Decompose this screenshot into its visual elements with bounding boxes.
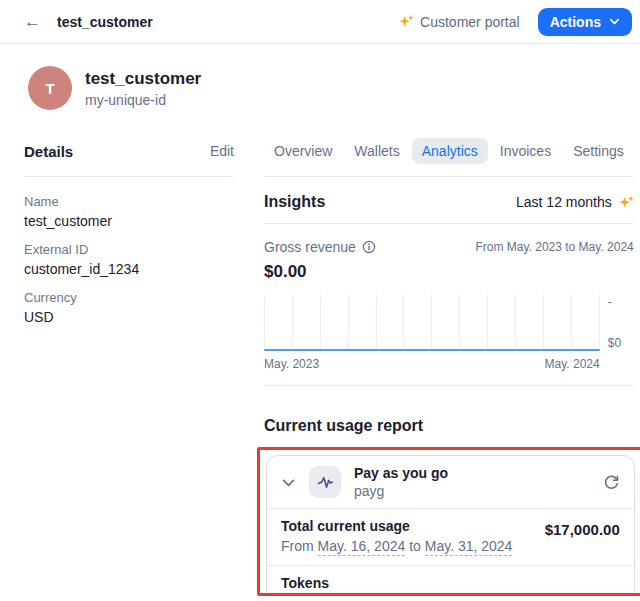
detail-field-name: Name test_customer	[24, 194, 234, 229]
topbar-actions: Customer portal Actions	[399, 8, 632, 36]
field-value: USD	[24, 309, 234, 325]
period-end-date: May. 31, 2024	[425, 538, 513, 556]
chart-gridline	[264, 295, 265, 351]
total-usage-amount: $17,000.00	[545, 518, 620, 538]
customer-identity: test_customer my-unique-id	[85, 69, 201, 108]
plan-name: Pay as you go	[354, 465, 448, 481]
details-column: Details Edit Name test_customer External…	[24, 136, 234, 596]
topbar-title: test_customer	[57, 14, 153, 30]
insights-divider	[264, 223, 634, 224]
period-start-date: May. 16, 2024	[318, 538, 406, 556]
chart-x-axis: May. 2023 May. 2024	[264, 357, 634, 371]
y-axis-top-label: -	[608, 295, 634, 309]
total-usage-label: Total current usage	[281, 518, 512, 534]
usage-report-heading: Current usage report	[264, 417, 634, 435]
insights-heading: Insights	[264, 193, 325, 211]
metric-name: Tokens	[281, 575, 372, 591]
field-label: External ID	[24, 242, 234, 257]
field-value: customer_id_1234	[24, 261, 234, 277]
field-label: Currency	[24, 290, 234, 305]
tabs-divider	[264, 176, 634, 177]
tab-wallets[interactable]: Wallets	[344, 138, 409, 164]
plan-icon-box	[309, 466, 341, 498]
chart-gridline	[292, 295, 293, 351]
detail-field-currency: Currency USD	[24, 290, 234, 325]
gross-revenue-value: $0.00	[264, 262, 634, 282]
plan-code: payg	[354, 483, 448, 499]
period-word-from: From	[281, 538, 314, 554]
top-bar: ← test_customer Customer portal Actions	[0, 0, 640, 44]
chart-y-axis: - $0	[608, 295, 634, 351]
plan-row: Pay as you go payg	[267, 456, 634, 508]
chart-gridline	[376, 295, 377, 351]
chart-plot-area	[264, 295, 600, 351]
customer-name: test_customer	[85, 69, 201, 89]
insights-header: Insights Last 12 months	[264, 193, 634, 211]
gross-revenue-chart: - $0	[264, 295, 634, 351]
gross-revenue-header: Gross revenue From May. 2023 to May. 202…	[264, 239, 634, 255]
chart-gridline	[459, 295, 460, 351]
period-selector-label: Last 12 months	[516, 194, 612, 210]
x-axis-end-label: May. 2024	[545, 357, 600, 371]
details-fields: Name test_customer External ID customer_…	[24, 194, 234, 325]
tab-overview[interactable]: Overview	[264, 138, 342, 164]
period-selector[interactable]: Last 12 months	[516, 194, 634, 210]
sparkles-icon	[399, 14, 414, 29]
customer-portal-label: Customer portal	[420, 14, 520, 30]
usage-card: Pay as you go payg Total current usage F…	[266, 455, 635, 596]
total-usage-period: From May. 16, 2024 to May. 31, 2024	[281, 538, 512, 554]
chart-gridline	[487, 295, 488, 351]
tab-bar: Overview Wallets Analytics Invoices Sett…	[264, 136, 634, 166]
back-arrow-icon[interactable]: ←	[24, 13, 41, 30]
chart-gridline	[431, 295, 432, 351]
chart-gridline	[348, 295, 349, 351]
total-usage-row: Total current usage From May. 16, 2024 t…	[267, 508, 634, 565]
sparkles-icon	[619, 195, 634, 210]
plan-identity: Pay as you go payg	[354, 465, 448, 499]
details-heading: Details	[24, 143, 73, 160]
tokens-text: Tokens openai_tokens	[281, 575, 372, 596]
total-usage-text: Total current usage From May. 16, 2024 t…	[281, 518, 512, 554]
refresh-icon[interactable]	[603, 474, 620, 491]
field-value: test_customer	[24, 213, 234, 229]
customer-header: T test_customer my-unique-id	[0, 44, 640, 110]
activity-pulse-icon	[317, 474, 334, 491]
info-icon[interactable]	[362, 240, 376, 254]
main-content: Details Edit Name test_customer External…	[0, 110, 640, 596]
analytics-column: Overview Wallets Analytics Invoices Sett…	[264, 136, 634, 596]
x-axis-start-label: May. 2023	[264, 357, 319, 371]
chart-gridline	[320, 295, 321, 351]
actions-button-label: Actions	[550, 14, 601, 30]
metric-code: openai_tokens	[281, 595, 372, 596]
tab-invoices[interactable]: Invoices	[490, 138, 561, 164]
date-range-label: From May. 2023 to May. 2024	[475, 240, 633, 254]
chevron-down-icon	[609, 16, 620, 27]
chart-gridline	[543, 295, 544, 351]
period-word-to: to	[409, 538, 421, 554]
field-label: Name	[24, 194, 234, 209]
chart-gridline	[515, 295, 516, 351]
detail-field-external-id: External ID customer_id_1234	[24, 242, 234, 277]
chart-gridlines	[264, 295, 600, 351]
y-axis-zero-label: $0	[608, 336, 634, 350]
annotation-highlight-box: Pay as you go payg Total current usage F…	[257, 447, 640, 596]
chart-gridline	[403, 295, 404, 351]
actions-button[interactable]: Actions	[538, 8, 632, 36]
details-header: Details Edit	[24, 136, 234, 166]
tab-settings[interactable]: Settings	[563, 138, 634, 164]
tab-analytics[interactable]: Analytics	[412, 138, 488, 164]
gross-revenue-label: Gross revenue	[264, 239, 356, 255]
avatar: T	[28, 66, 72, 110]
details-divider	[24, 176, 234, 177]
customer-portal-link[interactable]: Customer portal	[399, 14, 520, 30]
chart-gridline	[599, 295, 600, 351]
customer-external-id: my-unique-id	[85, 92, 201, 108]
gross-revenue-label-row: Gross revenue	[264, 239, 376, 255]
chart-gridline	[571, 295, 572, 351]
collapse-chevron-icon[interactable]	[281, 475, 296, 490]
chart-bottom-divider	[264, 385, 634, 386]
avatar-initial: T	[45, 80, 54, 97]
chart-zero-line	[264, 349, 600, 351]
edit-details-link[interactable]: Edit	[210, 143, 234, 159]
tokens-row: Tokens openai_tokens	[267, 565, 634, 596]
